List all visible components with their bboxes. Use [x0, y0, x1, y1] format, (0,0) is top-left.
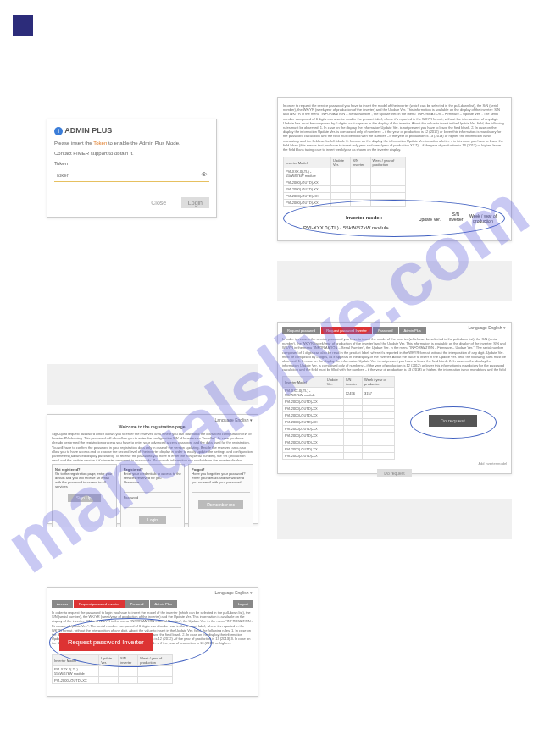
admin-desc-prefix: Please insert the — [54, 141, 93, 146]
token-input[interactable] — [54, 172, 197, 179]
mr-table: Inverter Model Update Ver. S/N inverter … — [282, 376, 395, 460]
mr-row[interactable]: PVI-XXX.0(-TL) - 55kW/67kW module — [283, 388, 325, 399]
admin-title-text: ADMIN PLUS — [64, 126, 112, 135]
do-request-bottom[interactable]: Do request — [282, 469, 507, 477]
reg-welcome: Welcome to the registration page! — [52, 424, 253, 429]
admin-desc: Please insert the Token to enable the Ad… — [54, 141, 209, 146]
bot-tab-admin[interactable]: Admin Plus — [150, 600, 177, 608]
reg-intro: Sign-up to request password which allows… — [52, 432, 253, 461]
model-select-panel: In order to request the service password… — [277, 97, 512, 241]
bottom-panel: Language English ▾ Access Request passwo… — [47, 587, 258, 697]
tr-row[interactable]: PVI-XXX.0(-TL) - 55kW/67kW module — [284, 168, 331, 179]
callout-wkyr: Week / year of production — [468, 213, 498, 223]
admin-desc-suffix: to enable the Admin Plus Mode. — [107, 141, 180, 146]
password-input[interactable] — [124, 502, 182, 508]
bot-tab-logout[interactable]: Logout — [233, 600, 253, 608]
token-label: Token — [54, 161, 209, 166]
bot-tab-request[interactable]: Request password Inverter — [74, 600, 125, 608]
eye-icon[interactable]: 👁 — [201, 171, 208, 179]
callout-model-label: Inverter model: — [346, 215, 382, 220]
tab-request-inverter[interactable]: Request password Inverter — [321, 327, 372, 334]
login-reg-button[interactable]: Login — [139, 516, 166, 524]
mr-sn: 12456 — [343, 388, 362, 399]
bot-tab-personal[interactable]: Personal — [125, 600, 149, 608]
tr-row[interactable]: PVI-2000(-OUTD)-XX — [284, 179, 331, 186]
mr-row[interactable]: PVI-2000(-OUTD)-XX — [283, 412, 325, 419]
box1-text: Go to the registration page, enter your … — [55, 472, 114, 488]
signup-box: Not registered? Go to the registration p… — [52, 464, 117, 527]
signup-button[interactable]: Sign Up! — [68, 494, 101, 502]
th-update: Update Ver. — [325, 377, 343, 388]
tr-row[interactable]: PVI-2000(-OUTD)-XX — [284, 186, 331, 193]
mr-intro: In order to request the service password… — [282, 337, 507, 371]
admin-desc-token: Token — [93, 141, 107, 146]
bot-lang-label: Language — [215, 590, 234, 595]
admin-buttons: Close Login — [54, 197, 209, 208]
mr-lang: Language English ▾ — [469, 325, 506, 330]
login-box: Registered? Enter your credentials to ac… — [120, 464, 186, 527]
admin-plus-title: i ADMIN PLUS — [54, 126, 209, 135]
forgot-box: Forgot? Have you forgotten your password… — [188, 464, 253, 527]
mr-wkyr: 3157 — [363, 388, 394, 399]
admin-contact: Contact FIMER support to obtain it. — [54, 151, 209, 156]
tr-intro: In order to request the service password… — [283, 103, 506, 152]
th-wkyr: Week / year of production — [370, 157, 405, 168]
login-button[interactable]: Login — [181, 197, 209, 208]
th-update: Update Ver. — [331, 157, 351, 168]
close-button[interactable]: Close — [144, 197, 173, 208]
bot-tab-access[interactable]: Access — [52, 600, 73, 608]
add-model-link[interactable]: Add inverter model — [282, 461, 507, 466]
mr-row[interactable]: PVI-2000(-OUTD)-XX — [283, 453, 325, 460]
gray-block-left — [47, 364, 258, 405]
navy-logo-square — [13, 15, 33, 36]
gray-block-2 — [277, 499, 512, 539]
do-request-small: Do request — [377, 469, 411, 477]
tr-row[interactable]: PVI-2000(-OUTD)-XX — [284, 193, 331, 200]
mr-row[interactable]: PVI-2000(-OUTD)-XX — [283, 419, 325, 426]
bot-lang: Language English ▾ — [215, 590, 253, 595]
mr-lang-val[interactable]: English — [488, 325, 502, 330]
remember-button[interactable]: Remember me — [198, 500, 243, 509]
mr-row[interactable]: PVI-2000(-OUTD)-XX — [283, 426, 325, 433]
th-sn: S/N inverter — [351, 157, 370, 168]
mr-row[interactable]: PVI-2000(-OUTD)-XX — [283, 439, 325, 446]
box2-user: Username — [124, 480, 182, 484]
request-password-inverter-button[interactable]: Request password Inverter — [59, 633, 153, 651]
mr-lang-label: Language — [469, 325, 487, 330]
callout-sn: S/N inverter — [446, 212, 466, 222]
callout-update: Update Ver. — [417, 217, 442, 222]
token-input-wrap: 👁 — [54, 169, 209, 182]
do-request-button-big[interactable]: Do request — [429, 415, 477, 427]
username-input[interactable] — [124, 487, 182, 493]
box2-text: Enter your credentials to access to the … — [124, 472, 182, 480]
tab-password[interactable]: Password — [373, 327, 398, 334]
mr-row[interactable]: PVI-2000(-OUTD)-XX — [283, 433, 325, 439]
red-button-wrap: Request password Inverter — [59, 633, 153, 651]
reg-boxes: Not registered? Go to the registration p… — [52, 464, 253, 527]
callout-example: PVI-XXX.0(-TL) - 55kW/67kW module — [303, 225, 389, 230]
reg-lang-val[interactable]: English — [235, 417, 248, 422]
registration-panel: Language English ▾ Welcome to the regist… — [47, 414, 258, 524]
tab-request[interactable]: Request password — [282, 327, 320, 334]
do-request-label: Do request — [429, 415, 477, 427]
th-sn: S/N inverter — [343, 377, 362, 388]
box2-pass: Password — [124, 495, 182, 499]
bot-row[interactable]: PVI-XXX.0(-TL) - 55kW/67kW module — [53, 666, 99, 677]
tab-adminplus[interactable]: Admin Plus — [399, 327, 426, 334]
box3-text2: Enter your details and we will send you … — [192, 476, 250, 484]
bot-lang-val[interactable]: English — [235, 590, 248, 595]
reg-lang: Language English ▾ — [215, 417, 253, 422]
gray-block-1 — [277, 261, 512, 301]
bot-row[interactable]: PVI-2000(-OUTD)-XX — [53, 677, 99, 684]
mr-row[interactable]: PVI-2000(-OUTD)-XX — [283, 446, 325, 453]
bot-tabs: Access Request password Inverter Persona… — [52, 600, 253, 608]
request-password-panel: Language English ▾ Request password Requ… — [277, 322, 512, 474]
mr-row[interactable]: PVI-2000(-OUTD)-XX — [283, 399, 325, 406]
admin-plus-modal: i ADMIN PLUS Please insert the Token to … — [47, 119, 217, 218]
th-model: Inverter Model — [284, 157, 331, 168]
forgot-input[interactable] — [192, 487, 250, 493]
th-wkyr: Week / year of production — [363, 377, 394, 388]
mr-row[interactable]: PVI-2000(-OUTD)-XX — [283, 406, 325, 412]
reg-lang-label: Language — [215, 417, 234, 422]
th-model: Inverter Model — [283, 377, 325, 388]
